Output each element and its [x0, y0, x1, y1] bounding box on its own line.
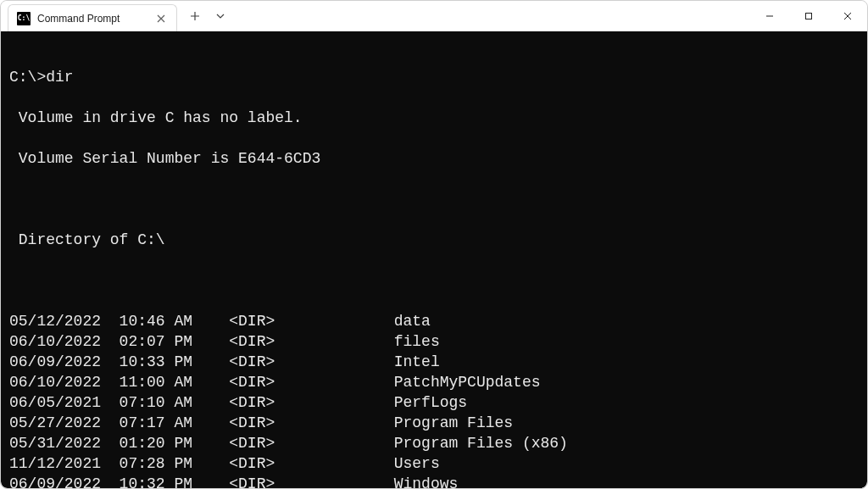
directory-entry: 06/05/2021 07:10 AM <DIR> PerfLogs — [9, 392, 859, 413]
tab-actions — [182, 1, 233, 31]
directory-entry: 06/09/2022 10:32 PM <DIR> Windows — [9, 474, 859, 488]
close-tab-button[interactable] — [154, 12, 168, 25]
directory-listing: 05/12/2022 10:46 AM <DIR> data06/10/2022… — [9, 311, 859, 488]
tab-title: Command Prompt — [37, 13, 147, 25]
terminal-output[interactable]: C:\>dir Volume in drive C has no label. … — [1, 31, 867, 488]
blank-line — [9, 270, 859, 291]
directory-entry: 06/10/2022 02:07 PM <DIR> files — [9, 331, 859, 352]
maximize-button[interactable] — [789, 1, 828, 31]
directory-of-line: Directory of C:\ — [9, 230, 859, 250]
cmd-icon: C:\ — [17, 12, 31, 25]
window-titlebar: C:\ Command Prompt — [1, 1, 867, 31]
directory-entry: 05/27/2022 07:17 AM <DIR> Program Files — [9, 413, 859, 433]
svg-rect-0 — [806, 14, 812, 19]
close-window-button[interactable] — [828, 1, 867, 31]
prompt-line: C:\>dir — [9, 67, 859, 87]
directory-entry: 11/12/2021 07:28 PM <DIR> Users — [9, 453, 859, 474]
minimize-button[interactable] — [750, 1, 789, 31]
directory-entry: 05/31/2022 01:20 PM <DIR> Program Files … — [9, 433, 859, 453]
tab-command-prompt[interactable]: C:\ Command Prompt — [8, 4, 177, 31]
directory-entry: 06/10/2022 11:00 AM <DIR> PatchMyPCUpdat… — [9, 372, 859, 392]
blank-line — [9, 189, 859, 209]
new-tab-button[interactable] — [182, 3, 208, 30]
volume-label-line: Volume in drive C has no label. — [9, 108, 859, 128]
directory-entry: 05/12/2022 10:46 AM <DIR> data — [9, 311, 859, 331]
volume-serial-line: Volume Serial Number is E644-6CD3 — [9, 148, 859, 169]
directory-entry: 06/09/2022 10:33 PM <DIR> Intel — [9, 352, 859, 372]
window-controls — [750, 1, 867, 31]
tab-dropdown-button[interactable] — [208, 3, 233, 30]
